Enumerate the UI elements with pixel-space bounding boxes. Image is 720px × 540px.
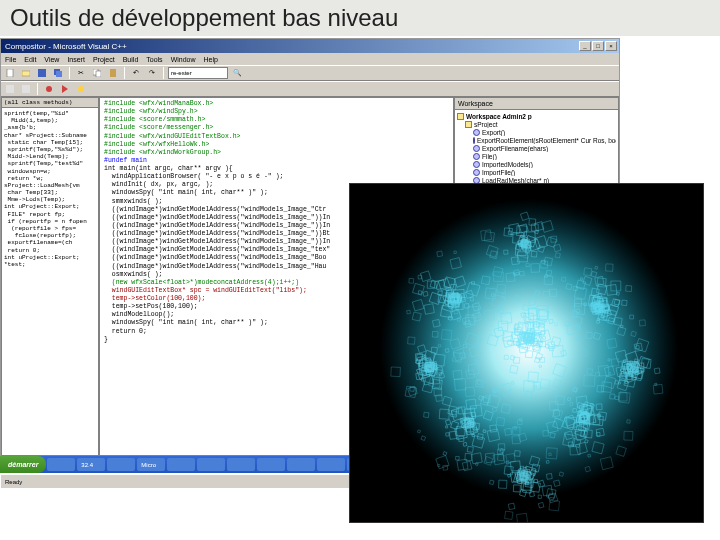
tree-item-label: ImportedModels() <box>482 161 533 168</box>
box-icon <box>473 169 480 176</box>
svg-rect-6 <box>96 71 101 77</box>
render-output-window <box>349 183 704 523</box>
menu-build[interactable]: Build <box>123 56 139 63</box>
menu-tools[interactable]: Tools <box>146 56 162 63</box>
taskbar-item[interactable] <box>287 458 315 471</box>
find-icon[interactable]: 🔍 <box>230 66 244 80</box>
svg-point-10 <box>46 86 52 92</box>
tree-item-label: sProject <box>474 121 497 128</box>
box-icon <box>473 161 480 168</box>
code-line: fclose(reportfp); <box>4 232 96 239</box>
code-line: static char Temp[15]; <box>4 139 96 146</box>
menu-file[interactable]: File <box>5 56 16 63</box>
taskbar-item[interactable] <box>227 458 255 471</box>
fractal-render-icon <box>350 184 703 522</box>
tree-item-label: ImportFile() <box>482 169 515 176</box>
compile-icon[interactable] <box>3 82 17 96</box>
save-all-icon[interactable] <box>51 66 65 80</box>
minimize-button[interactable]: _ <box>579 41 591 51</box>
taskbar-item[interactable] <box>197 458 225 471</box>
classview-header: (all class methods) <box>2 98 98 108</box>
titlebar: Compositor - Microsoft Visual C++ _ □ × <box>1 39 619 53</box>
maximize-button[interactable]: □ <box>592 41 604 51</box>
box-icon <box>473 137 475 144</box>
taskbar-item[interactable] <box>167 458 195 471</box>
taskbar-item[interactable] <box>257 458 285 471</box>
code-line: sprintf(temp,"%id" <box>4 110 96 117</box>
box-icon <box>473 129 480 136</box>
run-icon[interactable] <box>58 82 72 96</box>
tree-item[interactable]: ImportedModels() <box>457 160 616 168</box>
svg-point-11 <box>78 86 84 92</box>
slide-title: Outils de développement bas niveau <box>0 0 720 36</box>
tree-item[interactable]: ImportFile() <box>457 168 616 176</box>
tree-item[interactable]: ExportFilename(ehars) <box>457 144 616 152</box>
code-line: #include <score/messenger.h> <box>104 124 449 132</box>
paste-icon[interactable] <box>106 66 120 80</box>
code-line: windApplicationBrowser( "- e x p o s é -… <box>104 173 449 181</box>
menu-insert[interactable]: Insert <box>67 56 85 63</box>
code-line: sprintf(Temp,"%s%d"); <box>4 146 96 153</box>
taskbar-item[interactable] <box>317 458 345 471</box>
code-line: sprintf(Temp,"test%d" <box>4 160 96 167</box>
taskbar-item[interactable] <box>107 458 135 471</box>
folder-icon <box>465 121 472 128</box>
code-line: Midd->Lend(Temp); <box>4 153 96 160</box>
code-line: windowspn=w; <box>4 168 96 175</box>
taskbar-item[interactable]: 32.4 <box>77 458 105 471</box>
taskbar-item[interactable]: Micro <box>137 458 165 471</box>
tree-item[interactable]: sProject <box>457 120 616 128</box>
code-line: char Temp[33]; <box>4 189 96 196</box>
start-button[interactable]: démarrer <box>0 456 46 473</box>
open-file-icon[interactable] <box>19 66 33 80</box>
code-line: #include <wfx/windSpy.h> <box>104 108 449 116</box>
redo-icon[interactable]: ↷ <box>145 66 159 80</box>
menu-project[interactable]: Project <box>93 56 115 63</box>
tree-item[interactable]: File() <box>457 152 616 160</box>
svg-rect-8 <box>6 85 14 93</box>
breakpoint-icon[interactable] <box>74 82 88 96</box>
undo-icon[interactable]: ↶ <box>129 66 143 80</box>
code-line: Midd(i,temp); <box>4 117 96 124</box>
classview-pane[interactable]: (all class methods) sprintf(temp,"%id" M… <box>1 97 99 456</box>
tree-item[interactable]: ExportRootElement(sRootElement* Cur Ros,… <box>457 136 616 144</box>
find-combo[interactable]: re-ester <box>168 67 228 79</box>
build-icon[interactable] <box>19 82 33 96</box>
code-line: int uProject::Export; <box>4 254 96 261</box>
tree-item-label: Export() <box>482 129 505 136</box>
code-line: #include <score/smmmath.h> <box>104 116 449 124</box>
svg-rect-9 <box>22 85 30 93</box>
save-icon[interactable] <box>35 66 49 80</box>
code-line: *test; <box>4 261 96 268</box>
workspace-header: Workspace <box>455 98 618 110</box>
code-line: (reportfile > fps= <box>4 225 96 232</box>
status-text: Ready <box>5 479 22 485</box>
new-file-icon[interactable] <box>3 66 17 80</box>
code-line: #include <wfx/windManaBox.h> <box>104 100 449 108</box>
menu-edit[interactable]: Edit <box>24 56 36 63</box>
code-line: sProject::LoadMesh{vm <box>4 182 96 189</box>
tree-item[interactable]: Export() <box>457 128 616 136</box>
taskbar-item[interactable] <box>47 458 75 471</box>
code-line: if (reportfp = n fopen <box>4 218 96 225</box>
folder-icon <box>457 113 464 120</box>
toolbar-build <box>1 81 619 97</box>
menubar: File Edit View Insert Project Build Tool… <box>1 53 619 65</box>
code-line: #include <wfx/windWorkGroup.h> <box>104 149 449 157</box>
close-button[interactable]: × <box>605 41 617 51</box>
copy-icon[interactable] <box>90 66 104 80</box>
code-line: _asm{b'b; <box>4 124 96 131</box>
svg-rect-7 <box>110 69 116 77</box>
code-line: #include <wfx/windGUIEditTextBox.h> <box>104 133 449 141</box>
code-line: #undef main <box>104 157 449 165</box>
menu-help[interactable]: Help <box>204 56 218 63</box>
tree-item-label: ExportRootElement(sRootElement* Cur Ros,… <box>477 137 616 144</box>
menu-view[interactable]: View <box>44 56 59 63</box>
tree-item-label: File() <box>482 153 497 160</box>
code-line: int main(int argc, char** argv ){ <box>104 165 449 173</box>
cut-icon[interactable]: ✂ <box>74 66 88 80</box>
tree-item[interactable]: Workspace Admin2 p <box>457 112 616 120</box>
stop-build-icon[interactable] <box>42 82 56 96</box>
tree-item-label: Workspace Admin2 p <box>466 113 532 120</box>
menu-window[interactable]: Window <box>171 56 196 63</box>
